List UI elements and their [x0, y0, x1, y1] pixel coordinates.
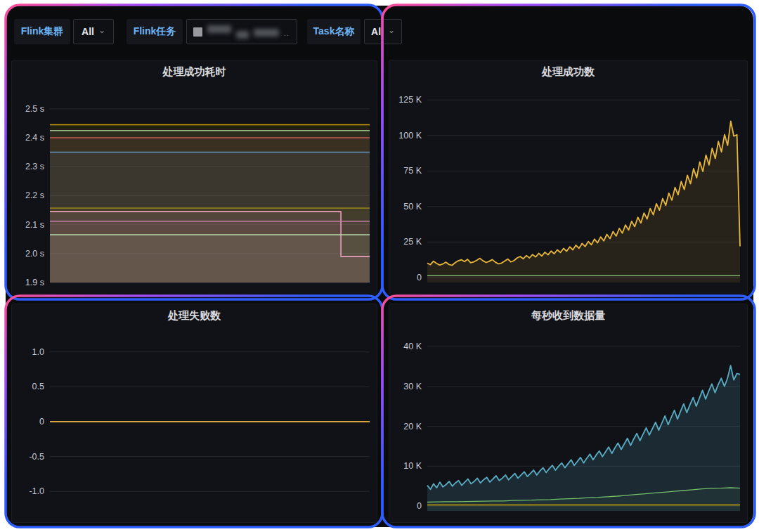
panel-processing-success-duration: 处理成功耗时 2.5 s2.4 s2.3 s2.2 s2.1 s2.0 s1.9… — [11, 60, 377, 294]
panel-data-received-per-second: 每秒收到数据量 40 K30 K20 K10 K0 — [389, 304, 748, 523]
y-axis-tick-label: 125 K — [398, 95, 422, 105]
blurred-text — [207, 25, 231, 33]
y-axis-tick-label: 2.4 s — [25, 133, 44, 143]
chevron-down-icon: ⌄ — [388, 27, 395, 34]
flink-cluster-label: Flink集群 — [14, 19, 70, 44]
y-axis-tick-label: 0.5 — [32, 382, 44, 391]
series-fill-success-count — [427, 122, 740, 283]
flink-cluster-value: All — [82, 26, 94, 37]
series-fill-task-h — [50, 235, 370, 283]
chart-plot-area: 1.00.50-0.5-1.0 — [12, 325, 377, 522]
chart-svg: 40 K30 K20 K10 K0 — [389, 325, 747, 522]
flink-cluster-dropdown[interactable]: All ⌄ — [73, 19, 114, 44]
y-axis-tick-label: -0.5 — [29, 452, 44, 462]
chart-plot-area: 40 K30 K20 K10 K0 — [389, 325, 747, 522]
y-axis-tick-label: 10 K — [403, 461, 422, 471]
chart-svg: 1.00.50-0.5-1.0 — [12, 325, 377, 522]
y-axis-tick-label: 40 K — [403, 342, 422, 351]
chevron-down-icon: ⌄ — [98, 27, 105, 34]
panel-processing-success-count: 处理成功数 125 K100 K75 K50 K25 K0 — [389, 60, 748, 294]
y-axis-tick-label: 50 K — [403, 202, 422, 212]
grafana-dashboard: Flink集群 All ⌄ Flink任务 .. Task名称 All ⌄ 处理… — [6, 6, 753, 527]
chart-plot-area: 125 K100 K75 K50 K25 K0 — [389, 82, 747, 294]
y-axis-tick-label: 2.3 s — [25, 162, 44, 171]
y-axis-tick-label: -1.0 — [29, 486, 44, 496]
series-fill-received-per-sec — [427, 365, 740, 511]
page-background: Flink集群 All ⌄ Flink任务 .. Task名称 All ⌄ 处理… — [0, 0, 759, 532]
y-axis-tick-label: 2.1 s — [25, 220, 44, 230]
panel-title[interactable]: 处理成功数 — [389, 65, 747, 79]
y-axis-tick-label: 0 — [417, 501, 422, 511]
flink-job-input[interactable]: .. — [186, 19, 297, 44]
y-axis-tick-label: 1.0 — [32, 347, 44, 357]
task-name-label: Task名称 — [307, 19, 361, 44]
y-axis-tick-label: 2.2 s — [25, 190, 44, 200]
y-axis-tick-label: 2.5 s — [25, 104, 44, 114]
chart-svg: 2.5 s2.4 s2.3 s2.2 s2.1 s2.0 s1.9 s — [12, 82, 377, 294]
task-name-value: All — [371, 26, 384, 37]
chart-svg: 125 K100 K75 K50 K25 K0 — [389, 82, 747, 294]
y-axis-tick-label: 30 K — [403, 382, 422, 391]
blurred-text: .. — [284, 30, 290, 37]
y-axis-tick-label: 75 K — [403, 166, 422, 176]
tag-square-icon — [193, 27, 202, 37]
y-axis-tick-label: 2.0 s — [25, 249, 44, 259]
flink-job-label: Flink任务 — [126, 19, 183, 44]
y-axis-tick-label: 1.9 s — [25, 278, 44, 287]
panel-title[interactable]: 处理成功耗时 — [12, 65, 377, 79]
blurred-text — [236, 31, 249, 39]
y-axis-tick-label: 25 K — [403, 237, 422, 247]
y-axis-tick-label: 100 K — [398, 131, 422, 141]
task-name-dropdown[interactable]: All ⌄ — [364, 19, 402, 44]
panel-title[interactable]: 处理失败数 — [12, 309, 377, 323]
panel-title[interactable]: 每秒收到数据量 — [389, 309, 747, 323]
y-axis-tick-label: 0 — [39, 417, 44, 427]
chart-plot-area: 2.5 s2.4 s2.3 s2.2 s2.1 s2.0 s1.9 s — [12, 82, 377, 294]
panel-processing-fail-count: 处理失败数 1.00.50-0.5-1.0 — [11, 304, 377, 523]
y-axis-tick-label: 20 K — [403, 422, 422, 432]
blurred-text — [254, 29, 279, 37]
y-axis-tick-label: 0 — [417, 273, 422, 283]
